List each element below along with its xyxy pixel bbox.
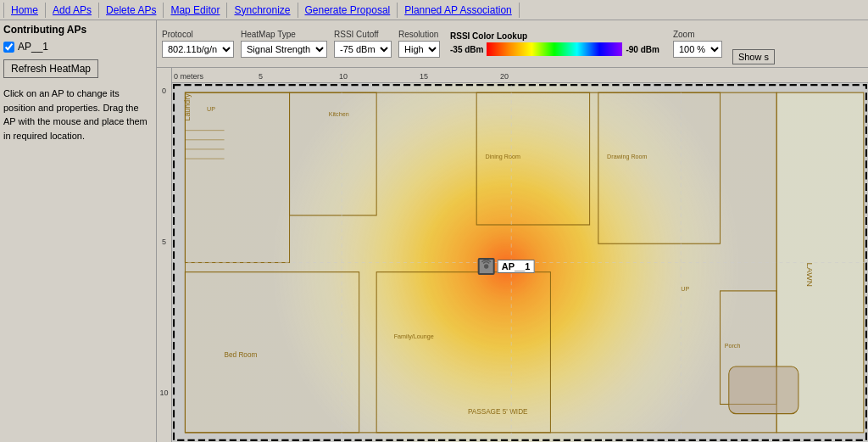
svg-text:UP: UP [207,105,215,113]
svg-text:Porch: Porch [725,341,741,349]
svg-rect-21 [729,366,798,414]
floorplan: Laundry Kitchen Dining Room Drawing Room… [172,83,868,442]
ruler-left-10: 10 [159,389,168,397]
ap-label: AP__1 [498,260,535,273]
nav-item-planned-ap-association[interactable]: Planned AP Association [398,3,520,18]
nav-item-delete-aps[interactable]: Delete APs [99,3,164,18]
resolution-group: Resolution High [398,30,440,58]
ap1-checkbox[interactable] [3,42,14,53]
protocol-group: Protocol 802.11b/g/n [162,30,234,58]
svg-point-30 [484,264,488,268]
rssi-min-label: -35 dBm [450,45,483,54]
show-button[interactable]: Show s [732,49,775,64]
ruler-top-20: 20 [500,72,509,81]
resolution-label: Resolution [398,30,440,39]
ruler-top: 0 meters 5 10 15 20 [157,68,868,83]
protocol-label: Protocol [162,30,234,39]
nav-item-map-editor[interactable]: Map Editor [164,3,227,18]
svg-text:PASSAGE 5' WIDE: PASSAGE 5' WIDE [468,406,528,415]
rssi-cutoff-label: RSSI Cutoff [334,30,392,39]
main-layout: Contributing APs AP__1 Refresh HeatMap C… [0,20,868,442]
svg-text:Family/Lounge: Family/Lounge [394,332,434,339]
nav-item-synchronize[interactable]: Synchronize [227,3,298,18]
nav-item-home[interactable]: Home [3,3,46,18]
svg-text:Laundry: Laundry [183,93,192,121]
nav-item-add-aps[interactable]: Add APs [46,3,99,18]
rssi-gradient-bar [487,42,622,56]
rssi-cutoff-group: RSSI Cutoff -75 dBm [334,30,392,58]
protocol-select[interactable]: 802.11b/g/n [162,41,234,58]
zoom-label: Zoom [673,30,722,39]
right-panel: Protocol 802.11b/g/n HeatMap Type Signal… [157,20,868,442]
rssi-bar-row: -35 dBm -90 dBm [450,42,659,56]
ruler-left-5: 5 [162,238,166,246]
heatmap-type-select[interactable]: Signal Strength [241,41,327,58]
svg-text:Dining Room: Dining Room [485,153,520,160]
heatmap-type-label: HeatMap Type [241,30,327,39]
help-text: Click on an AP to change its position an… [3,87,153,143]
ruler-top-5: 5 [259,72,263,81]
contributing-aps-title: Contributing APs [3,24,153,36]
zoom-group: Zoom 100 % [673,30,722,58]
svg-text:Bed Room: Bed Room [225,350,258,358]
rssi-cutoff-select[interactable]: -75 dBm [334,41,392,58]
resolution-select[interactable]: High [398,41,440,58]
ap-checkbox-row: AP__1 [3,41,153,53]
rssi-color-title: RSSI Color Lookup [450,31,527,41]
ap1-label: AP__1 [18,41,48,53]
rssi-max-label: -90 dBm [626,45,659,54]
rssi-color-label-row: RSSI Color Lookup [450,31,659,41]
ruler-top-15: 15 [420,72,428,81]
svg-text:LAWN: LAWN [805,263,815,288]
left-panel: Contributing APs AP__1 Refresh HeatMap C… [0,20,157,442]
map-area: 0 meters 5 10 15 20 0 5 10 [157,68,868,442]
heatmap-type-group: HeatMap Type Signal Strength [241,30,327,58]
svg-text:Kitchen: Kitchen [329,110,349,118]
svg-text:UP: UP [681,285,689,293]
rssi-color-group: RSSI Color Lookup -35 dBm -90 dBm [450,31,659,56]
ap-marker[interactable]: AP__1 [478,258,535,275]
ruler-left-0: 0 [162,87,166,95]
nav-item-generate-proposal[interactable]: Generate Proposal [298,3,398,18]
ruler-top-0: 0 meters [174,72,203,81]
controls-bar: Protocol 802.11b/g/n HeatMap Type Signal… [157,20,868,68]
ruler-left: 0 5 10 [157,68,172,442]
ap-icon [478,258,495,275]
ruler-top-10: 10 [339,72,348,81]
refresh-heatmap-button[interactable]: Refresh HeatMap [3,59,98,78]
svg-text:Drawing Room: Drawing Room [607,153,647,160]
top-navigation: HomeAdd APsDelete APsMap EditorSynchroni… [0,0,868,20]
zoom-select[interactable]: 100 % [673,41,722,58]
